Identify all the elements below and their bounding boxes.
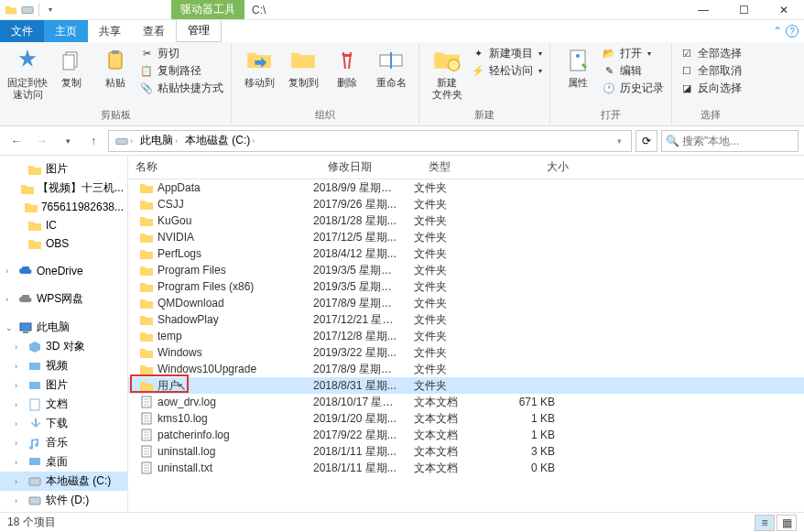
move-to-button[interactable]: 移动到 [239, 46, 279, 89]
delete-button[interactable]: 删除 [327, 46, 367, 89]
forward-button[interactable]: → [31, 130, 53, 152]
breadcrumb-drive[interactable]: 本地磁盘 (C:)› [182, 133, 257, 148]
file-size: 1 KB [489, 429, 562, 441]
easy-access-button[interactable]: ⚡轻松访问▾ [471, 63, 542, 79]
file-name: ShadowPlay [158, 313, 219, 326]
maximize-button[interactable]: ☐ [723, 0, 764, 20]
nav-pictures[interactable]: 图片 [0, 159, 127, 179]
nav-desktop[interactable]: ›桌面 [0, 452, 127, 472]
breadcrumb-dropdown-icon[interactable]: ▾ [612, 136, 627, 146]
breadcrumb[interactable]: › 此电脑› 本地磁盘 (C:)› ▾ [108, 130, 632, 152]
tab-manage[interactable]: 管理 [176, 20, 222, 42]
path-icon: 📋 [139, 64, 154, 79]
search-box[interactable]: 🔍 [661, 130, 799, 152]
file-icon [139, 428, 154, 442]
tab-share[interactable]: 共享 [88, 20, 132, 42]
table-row[interactable]: AppData2018/9/9 星期日 ...文件夹 [128, 179, 804, 196]
nav-video-folder[interactable]: 【视频】十三机... [0, 179, 127, 198]
new-folder-button[interactable]: 新建 文件夹 [427, 46, 467, 101]
table-row[interactable]: NVIDIA2017/12/5 星期...文件夹 [128, 229, 804, 245]
properties-button[interactable]: 属性 [558, 46, 598, 89]
table-row[interactable]: uninstall.txt2018/1/11 星期...文本文档0 KB [128, 460, 804, 476]
table-row[interactable]: patcherinfo.log2017/9/22 星期...文本文档1 KB [128, 427, 804, 443]
table-row[interactable]: CSJJ2017/9/26 星期...文件夹 [128, 196, 804, 212]
minimize-button[interactable]: — [683, 0, 723, 20]
nav-documents[interactable]: ›文档 [0, 395, 127, 414]
pin-button[interactable]: 固定到快 速访问 [7, 46, 48, 101]
select-all-button[interactable]: ☑全部选择 [679, 46, 742, 61]
nav-downloads[interactable]: ›下载 [0, 414, 127, 433]
chevron-up-icon: ⌃ [773, 25, 782, 38]
nav-num-folder[interactable]: 765611982638... [0, 198, 127, 216]
table-row[interactable]: KuGou2018/1/28 星期...文件夹 [128, 212, 804, 229]
close-button[interactable]: ✕ [764, 0, 804, 20]
refresh-button[interactable]: ⟳ [636, 130, 657, 152]
file-name: PerfLogs [158, 247, 201, 260]
table-row[interactable]: Windows10Upgrade2017/8/9 星期三 ...文件夹 [128, 361, 804, 377]
nav-pane[interactable]: 图片 【视频】十三机... 765611982638... IC OBS ›On… [0, 156, 128, 512]
cut-button[interactable]: ✂剪切 [139, 46, 223, 61]
qat-dropdown-icon[interactable]: ▾ [43, 3, 58, 17]
table-row[interactable]: ShadowPlay2017/12/21 星期...文件夹 [128, 311, 804, 328]
table-row[interactable]: kms10.log2019/1/20 星期...文本文档1 KB [128, 410, 804, 427]
nav-onedrive[interactable]: ›OneDrive [0, 262, 127, 280]
table-row[interactable]: QMDownload2017/8/9 星期三 ...文件夹 [128, 295, 804, 311]
select-none-button[interactable]: ☐全部取消 [679, 63, 742, 79]
invert-selection-button[interactable]: ◪反向选择 [679, 81, 742, 96]
file-name: uninstall.log [158, 445, 215, 458]
paste-shortcut-button[interactable]: 📎粘贴快捷方式 [139, 81, 223, 96]
breadcrumb-root[interactable]: › [113, 136, 136, 147]
nav-wps[interactable]: ›WPS网盘 [0, 289, 127, 309]
history-button[interactable]: 🕐历史记录 [602, 81, 664, 96]
nav-d-drive[interactable]: ›软件 (D:) [0, 491, 127, 510]
paste-button[interactable]: 粘贴 [95, 46, 136, 89]
table-row[interactable]: aow_drv.log2018/10/17 星期...文本文档671 KB [128, 394, 804, 410]
table-row[interactable]: temp2017/12/8 星期...文件夹 [128, 328, 804, 344]
tab-view[interactable]: 查看 [132, 20, 176, 42]
table-row[interactable]: 用户↖2018/8/31 星期...文件夹 [128, 377, 804, 394]
group-open: 属性 📂打开▾ ✎编辑 🕐历史记录 打开 [550, 44, 672, 124]
nav-3d[interactable]: ›3D 对象 [0, 337, 127, 356]
drive-icon[interactable] [20, 3, 35, 17]
copy-button[interactable]: 复制 [51, 46, 92, 89]
new-item-button[interactable]: ✦新建项目▾ [471, 46, 542, 61]
rename-button[interactable]: 重命名 [371, 46, 411, 89]
table-row[interactable]: Program Files2019/3/5 星期二 ...文件夹 [128, 262, 804, 278]
recent-dropdown[interactable]: ▾ [57, 130, 79, 152]
search-input[interactable] [682, 135, 804, 147]
nav-c-drive[interactable]: ›本地磁盘 (C:) [0, 472, 127, 491]
paste-icon [101, 46, 130, 75]
tab-home[interactable]: 主页 [44, 20, 88, 42]
context-tab-label: 驱动器工具 [171, 0, 244, 19]
col-name[interactable]: 名称 [128, 156, 321, 179]
view-large-button[interactable]: ▦ [777, 515, 797, 531]
file-rows[interactable]: AppData2018/9/9 星期日 ...文件夹CSJJ2017/9/26 … [128, 179, 804, 476]
ribbon-help[interactable]: ⌃? [767, 20, 804, 42]
up-button[interactable]: ↑ [82, 130, 104, 152]
table-row[interactable]: PerfLogs2018/4/12 星期...文件夹 [128, 245, 804, 262]
nav-thispc[interactable]: ⌄此电脑 [0, 318, 127, 337]
copy-to-button[interactable]: 复制到 [283, 46, 323, 89]
back-button[interactable]: ← [5, 130, 27, 152]
svg-rect-0 [22, 6, 33, 13]
breadcrumb-thispc[interactable]: 此电脑› [137, 133, 180, 148]
nav-videos[interactable]: ›视频 [0, 356, 127, 375]
nav-music[interactable]: ›音乐 [0, 433, 127, 452]
tab-file[interactable]: 文件 [0, 20, 44, 42]
col-size[interactable]: 大小 [504, 156, 577, 179]
nav-pictures2[interactable]: ›图片 [0, 375, 127, 395]
file-date: 2019/3/22 星期... [306, 345, 407, 361]
body: 图片 【视频】十三机... 765611982638... IC OBS ›On… [0, 156, 804, 512]
open-button[interactable]: 📂打开▾ [602, 46, 664, 61]
view-details-button[interactable]: ≡ [755, 515, 775, 531]
col-date[interactable]: 修改日期 [321, 156, 421, 179]
nav-ic[interactable]: IC [0, 216, 127, 234]
table-row[interactable]: Program Files (x86)2019/3/5 星期二 ...文件夹 [128, 278, 804, 295]
invert-icon: ◪ [679, 81, 694, 96]
col-type[interactable]: 类型 [421, 156, 504, 179]
copy-path-button[interactable]: 📋复制路径 [139, 63, 223, 79]
edit-button[interactable]: ✎编辑 [602, 63, 664, 79]
table-row[interactable]: uninstall.log2018/1/11 星期...文本文档3 KB [128, 443, 804, 460]
table-row[interactable]: Windows2019/3/22 星期...文件夹 [128, 344, 804, 361]
nav-obs[interactable]: OBS [0, 234, 127, 253]
